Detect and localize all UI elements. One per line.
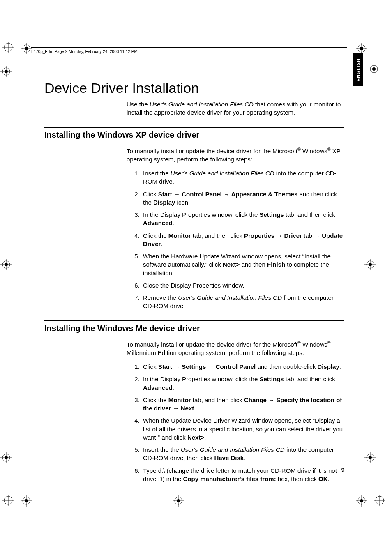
me-intro-mid: Windows [301,341,327,348]
crop-mark-left-lower [0,452,12,465]
me-step-5: Insert the the User's Guide and Installa… [141,446,344,463]
ui-monitor: Monitor [168,232,191,239]
text: Remove the [143,294,178,301]
crop-mark-bottom-left-outer [0,495,16,507]
crop-mark-bottom-center [173,495,184,508]
arrow-icon: → [222,191,231,198]
text: . [204,434,206,441]
text: box, then click [276,475,318,482]
ui-control-panel: Control Panel [182,191,222,198]
xp-intro-paragraph: To manually install or update the device… [127,146,344,164]
section-rule-xp [44,127,344,128]
ui-display: Display [153,199,175,206]
me-step-3: Click the Monitor tab, and then click Ch… [141,396,344,413]
crop-mark-left-upper [0,66,12,78]
xp-step-6: Close the Display Properties window. [141,281,344,290]
text: . [161,240,162,247]
text: Insert the the [143,446,181,453]
ui-settings: Settings [259,211,284,218]
registered-mark: ® [297,147,301,152]
ui-settings: Settings [259,375,284,382]
section-heading-me: Installing the Windows Me device driver [44,324,344,333]
crop-mark-right-lower [364,452,376,465]
text: Insert the [143,170,171,177]
crop-mark-bottom-left-inner [21,495,32,508]
ui-next: Next> [187,434,204,441]
page-content: Device Driver Installation Use the User'… [44,80,344,493]
crop-mark-bottom-right-inner [356,495,367,508]
xp-step-3: In the Display Properties window, click … [141,211,344,228]
ui-properties: Properties [244,232,274,239]
me-steps-list: Click Start → Settings → Control Panel a… [127,363,344,483]
registered-mark: ® [297,340,301,345]
text: Click the [143,232,168,239]
ui-copy-from-box: Copy manufacturer's files from: [183,475,276,482]
crop-mark-top-left-inner [21,43,32,55]
xp-intro-pre: To manually install or update the device… [127,147,297,154]
crop-mark-top-left-outer [0,42,16,54]
xp-steps-list: Insert the User's Guide and Installation… [127,169,344,311]
text: tab, and then click [191,396,244,403]
registered-mark: ® [327,147,331,152]
me-step-6: Type d:\ (change the drive letter to mat… [141,467,344,484]
text: In the Display Properties window, click … [143,211,259,218]
ui-settings: Settings [182,363,206,370]
text: . [194,405,196,412]
xp-step-5: When the Hardware Update Wizard window o… [141,252,344,277]
cd-title: User's Guide and Installation Files CD [178,294,282,301]
arrow-icon: → [206,363,215,370]
crop-mark-bottom-right-outer [371,495,388,507]
text: tab, and then click [191,232,244,239]
arrow-icon: → [171,405,180,412]
ui-advanced: Advanced [143,384,173,391]
text: In the Display Properties window, click … [143,375,259,382]
intro-pre: Use the [127,101,150,108]
text: Click [143,363,158,370]
me-step-2: In the Display Properties window, click … [141,375,344,392]
crop-mark-left-mid [0,259,12,272]
ui-finish: Finish [267,261,285,268]
ui-driver: Driver [284,232,302,239]
me-step-4: When the Update Device Driver Wizard win… [141,417,344,442]
text: tab [302,232,314,239]
xp-intro-mid: Windows [301,147,327,154]
text: icon. [175,199,190,206]
text: tab, and then click [284,211,335,218]
cd-title: User's Guide and Installation Files CD [171,170,274,177]
ui-appearance-themes: Appearance & Themes [231,191,298,198]
ui-monitor: Monitor [168,396,191,403]
xp-step-2: Click Start → Control Panel → Appearance… [141,190,344,207]
arrow-icon: → [314,232,322,239]
section-rule-me [44,320,344,321]
arrow-icon: → [274,232,284,239]
xp-step-4: Click the Monitor tab, and then click Pr… [141,232,344,249]
xp-body: To manually install or update the device… [127,146,344,311]
section-heading-xp: Installing the Windows XP device driver [44,130,344,140]
crop-mark-right-upper [368,63,380,76]
ui-start: Start [158,363,172,370]
me-intro-paragraph: To manually install or update the device… [127,340,344,357]
ui-advanced: Advanced [143,219,173,226]
registered-mark: ® [327,340,331,345]
text: and then double-click [256,363,317,370]
arrow-icon: → [172,191,182,198]
text: and then [240,261,267,268]
ui-start: Start [158,191,172,198]
header-rule [31,47,347,48]
ui-next: Next [181,405,194,412]
text: Click [143,191,158,198]
text: . [173,384,174,391]
ui-display: Display [317,363,339,370]
ui-have-disk: Have Disk [214,454,244,461]
text: . [328,475,330,482]
crop-mark-right-mid [364,259,376,272]
ui-next: Next> [223,261,240,268]
arrow-icon: → [267,396,276,403]
me-step-1: Click Start → Settings → Control Panel a… [141,363,344,371]
intro-paragraph: Use the User's Guide and Installation Fi… [127,100,344,117]
text: When the Update Device Driver Wizard win… [143,417,343,441]
text: Click the [143,396,168,403]
running-head: L170p_E.fm Page 9 Monday, February 24, 2… [31,49,138,54]
text: . [339,363,341,370]
ui-ok: OK [318,475,328,482]
